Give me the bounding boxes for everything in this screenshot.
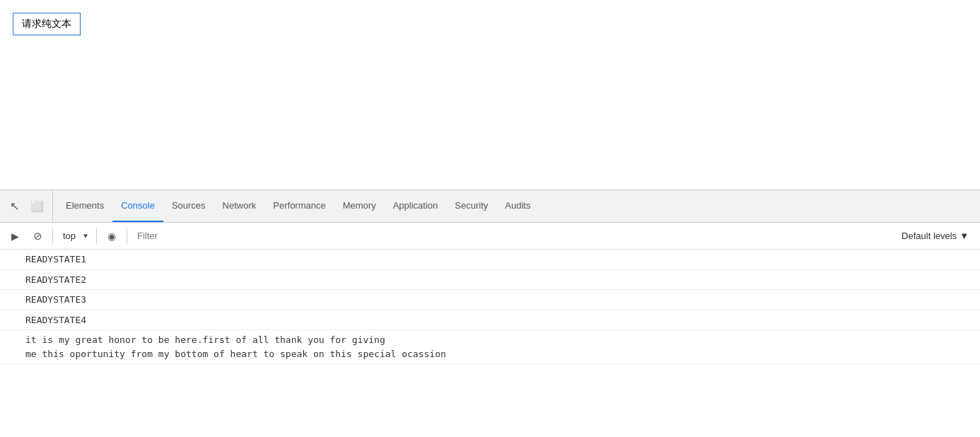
tab-performance[interactable]: Performance <box>264 190 334 222</box>
context-selector-wrapper: top ▼ <box>59 229 91 243</box>
console-line: READYSTATE4 <box>0 310 980 331</box>
devtools-icon-buttons: ↖ ⬜ <box>4 190 53 222</box>
toolbar-divider-2 <box>96 228 97 244</box>
device-toolbar-button[interactable]: ⬜ <box>27 197 47 216</box>
console-line: READYSTATE2 <box>0 270 980 291</box>
devtools-tabs-bar: ↖ ⬜ Elements Console Sources Network Per… <box>0 190 980 223</box>
console-output: READYSTATE1READYSTATE2READYSTATE3READYST… <box>0 250 980 437</box>
tab-application[interactable]: Application <box>385 190 447 222</box>
cursor-icon: ↖ <box>10 199 19 213</box>
devtools-panel: ↖ ⬜ Elements Console Sources Network Per… <box>0 190 980 437</box>
ban-icon: ⊘ <box>33 230 42 243</box>
tab-memory[interactable]: Memory <box>334 190 385 222</box>
tab-sources[interactable]: Sources <box>163 190 214 222</box>
eye-icon: ◉ <box>107 231 116 242</box>
tab-audits[interactable]: Audits <box>496 190 539 222</box>
play-icon: ▶ <box>11 231 19 242</box>
toolbar-divider-3 <box>127 228 127 244</box>
toolbar-divider-1 <box>52 228 53 244</box>
console-line: READYSTATE3 <box>0 290 980 310</box>
tab-console[interactable]: Console <box>112 190 163 222</box>
eye-filter-button[interactable]: ◉ <box>103 227 121 245</box>
tab-network[interactable]: Network <box>214 190 265 222</box>
context-selector[interactable]: top <box>59 229 91 243</box>
request-plain-text-button[interactable]: 请求纯文本 <box>13 13 81 35</box>
clear-console-button[interactable]: ⊘ <box>28 227 47 245</box>
page-content: 请求纯文本 <box>0 0 980 191</box>
default-levels-label: Default levels <box>902 231 957 241</box>
chevron-down-icon-levels: ▼ <box>959 231 969 241</box>
default-levels-button[interactable]: Default levels ▼ <box>896 228 974 244</box>
inspect-element-button[interactable]: ↖ <box>4 197 24 216</box>
tab-security[interactable]: Security <box>446 190 496 222</box>
console-filter-input[interactable] <box>133 229 892 243</box>
execute-script-button[interactable]: ▶ <box>6 227 24 245</box>
tab-elements[interactable]: Elements <box>57 190 112 222</box>
console-toolbar: ▶ ⊘ top ▼ ◉ Default levels ▼ <box>0 223 980 250</box>
console-line: READYSTATE1 <box>0 250 980 270</box>
device-icon: ⬜ <box>30 200 44 213</box>
console-line: it is my great honor to be here.first of… <box>0 330 980 364</box>
